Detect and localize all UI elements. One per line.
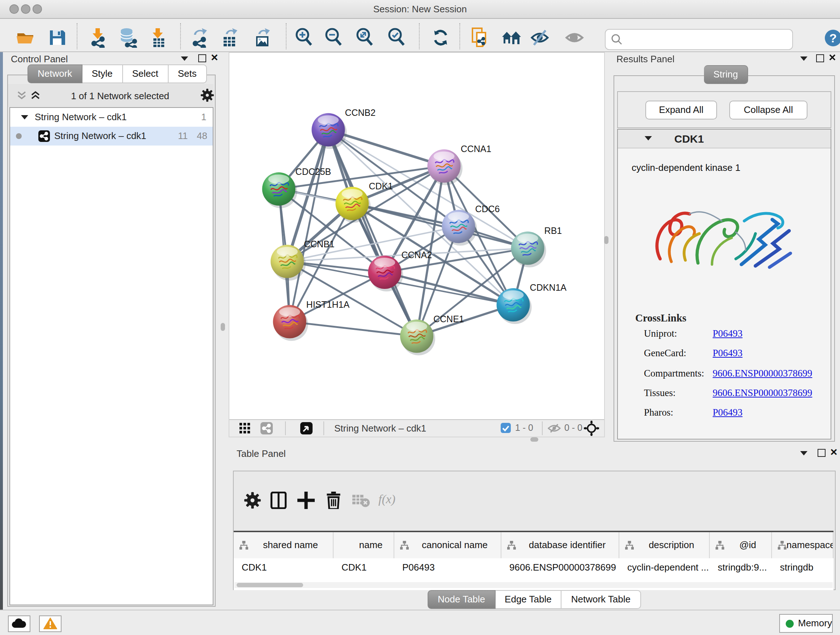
control-panel-float-icon[interactable] xyxy=(198,54,206,62)
network-view[interactable]: CCNB2CCNA1CDC25BCDK1CDC6RB1CCNB1CCNA2CDK… xyxy=(229,52,605,437)
table-cell-description[interactable]: cyclin-dependent ... xyxy=(619,558,709,576)
table-gear-icon[interactable] xyxy=(244,492,261,509)
add-icon[interactable] xyxy=(297,492,315,509)
left-divider-handle[interactable] xyxy=(221,323,225,331)
network-view-icon[interactable] xyxy=(261,422,273,434)
collapse-all-chevron-icon[interactable] xyxy=(17,90,27,101)
show-eye-icon[interactable] xyxy=(564,27,584,48)
crosslink-link[interactable]: 9606.ENSP00000378699 xyxy=(713,387,812,399)
column-header-label: name xyxy=(348,539,393,550)
expand-all-chevron-icon[interactable] xyxy=(30,90,41,101)
import-network-from-database-icon[interactable] xyxy=(118,27,138,48)
export-table-to-file-icon[interactable] xyxy=(220,27,240,48)
save-session-icon[interactable] xyxy=(47,27,67,48)
edge-CCNB2-HIST1H1A[interactable] xyxy=(290,130,328,322)
hide-eye-slash-icon[interactable] xyxy=(530,27,550,48)
node-RB1[interactable]: RB1 xyxy=(511,226,562,267)
import-table-from-file-icon[interactable] xyxy=(148,27,169,48)
cloud-status-button[interactable] xyxy=(8,616,30,632)
network-graph[interactable]: CCNB2CCNA1CDC25BCDK1CDC6RB1CCNB1CCNA2CDK… xyxy=(229,53,604,420)
tree-expander-icon[interactable] xyxy=(21,115,28,119)
table-panel-float-icon[interactable] xyxy=(818,449,826,457)
crosslink-label: Tissues: xyxy=(644,387,676,398)
control-panel-title: Control Panel xyxy=(11,54,68,65)
results-panel-menu-icon[interactable] xyxy=(800,57,807,61)
gene-header[interactable]: CDK1 xyxy=(618,130,831,149)
network-tree-row-selected[interactable]: String Network – cdk1 11 48 xyxy=(10,127,213,146)
crosslink-link[interactable]: 9606.ENSP00000378699 xyxy=(713,367,812,379)
table-cell-sharedname[interactable]: CDK1 xyxy=(234,558,333,576)
export-network-to-file-icon[interactable] xyxy=(190,27,210,48)
column-header-namespace[interactable]: namespace xyxy=(772,532,834,558)
gear-icon[interactable] xyxy=(201,88,214,102)
tab-network-table[interactable]: Network Table xyxy=(562,590,641,609)
tab-edge-table[interactable]: Edge Table xyxy=(495,590,562,609)
search-input[interactable] xyxy=(605,29,793,50)
memory-button[interactable]: Memory xyxy=(779,614,833,633)
table-panel-menu-icon[interactable] xyxy=(800,451,807,455)
tab-select[interactable]: Select xyxy=(123,65,168,83)
help-icon[interactable]: ? xyxy=(823,28,840,49)
selected-checkbox-icon[interactable] xyxy=(501,423,511,433)
expand-all-button[interactable]: Expand All xyxy=(645,101,717,119)
column-header-label: description xyxy=(634,539,709,550)
warning-status-button[interactable] xyxy=(39,616,62,632)
column-header-description[interactable]: description xyxy=(619,532,710,558)
birds-eye-view-icon[interactable] xyxy=(300,422,313,434)
table-cell-databaseidentifier[interactable]: 9606.ENSP00000378699 xyxy=(501,558,619,576)
bottom-divider-handle[interactable] xyxy=(531,437,538,442)
table-cell-id[interactable]: stringdb:9... xyxy=(710,558,771,576)
column-header-id[interactable]: @id xyxy=(710,532,772,558)
zoom-out-icon[interactable] xyxy=(324,27,344,48)
node-CCNA1[interactable]: CCNA1 xyxy=(427,144,491,185)
node-CDKN1A[interactable]: CDKN1A xyxy=(497,282,567,324)
tab-network[interactable]: Network xyxy=(27,65,82,83)
edge-CDK1-RB1[interactable] xyxy=(352,203,527,248)
hierarchy-icon xyxy=(400,541,409,549)
results-panel-float-icon[interactable] xyxy=(816,54,824,62)
tab-string[interactable]: String xyxy=(704,65,748,84)
crosslink-link[interactable]: P06493 xyxy=(713,348,743,359)
table-cell-canonicalname[interactable]: P06493 xyxy=(394,558,501,576)
table-horizontal-scrollbar[interactable] xyxy=(234,582,833,588)
column-header-name[interactable]: name xyxy=(333,532,394,558)
gene-collapse-icon[interactable] xyxy=(645,136,652,141)
edge-HIST1H1A-CCNE1[interactable] xyxy=(290,322,417,336)
results-panel-close-icon[interactable]: ✕ xyxy=(829,54,836,62)
export-image-icon[interactable] xyxy=(253,27,273,48)
network-tree-root-row[interactable]: String Network – cdk1 1 xyxy=(10,108,213,127)
zoom-in-icon[interactable] xyxy=(294,27,315,48)
fit-selected-crosshair-icon[interactable] xyxy=(584,421,599,436)
crosslinks-list: Uniprot:P06493GeneCard:P06493Compartment… xyxy=(644,328,825,427)
refresh-icon[interactable] xyxy=(431,27,451,48)
copy-document-icon[interactable] xyxy=(470,27,491,48)
home-networks-icon[interactable] xyxy=(501,27,522,48)
show-column-icon[interactable] xyxy=(270,492,287,509)
node-table[interactable]: shared namenamecanonical namedatabase id… xyxy=(234,531,834,590)
scrollbar-thumb[interactable] xyxy=(237,583,303,587)
column-header-databaseidentifier[interactable]: database identifier xyxy=(501,532,619,558)
right-divider-handle[interactable] xyxy=(604,236,608,244)
edge-count: 48 xyxy=(197,130,207,141)
crosslink-link[interactable]: P06493 xyxy=(713,407,743,418)
crosslink-link[interactable]: P06493 xyxy=(713,328,743,340)
tab-sets[interactable]: Sets xyxy=(168,65,207,83)
import-network-from-file-icon[interactable] xyxy=(88,27,109,48)
column-header-canonicalname[interactable]: canonical name xyxy=(394,532,501,558)
tab-node-table[interactable]: Node Table xyxy=(428,590,495,609)
delete-table-icon[interactable] xyxy=(352,492,370,509)
collapse-all-button[interactable]: Collapse All xyxy=(729,101,807,119)
zoom-selected-icon[interactable] xyxy=(387,27,407,48)
table-cell-namespace[interactable]: stringdb xyxy=(772,558,833,576)
tab-style[interactable]: Style xyxy=(82,65,123,83)
grid-view-icon[interactable] xyxy=(240,423,250,434)
open-file-icon[interactable] xyxy=(15,27,35,48)
zoom-fit-icon[interactable] xyxy=(355,27,376,48)
control-panel-close-icon[interactable]: ✕ xyxy=(210,54,218,62)
control-panel-menu-icon[interactable] xyxy=(181,57,188,61)
delete-icon[interactable] xyxy=(325,492,342,509)
table-panel-close-icon[interactable]: ✕ xyxy=(830,449,838,456)
node-HIST1H1A[interactable]: HIST1H1A xyxy=(273,299,350,341)
table-cell-name[interactable]: CDK1 xyxy=(333,558,393,576)
column-header-sharedname[interactable]: shared name xyxy=(234,532,333,558)
